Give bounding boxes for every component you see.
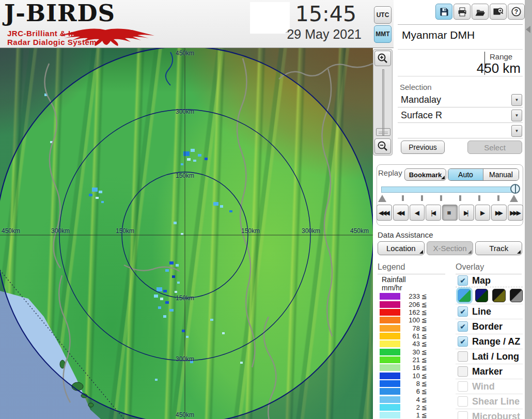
overlay-item-shear-line[interactable]: Shear Line: [456, 394, 523, 409]
bookmark-button[interactable]: Bookmark: [404, 168, 446, 181]
zoom-slider-handle[interactable]: [376, 128, 390, 136]
overlay-item-marker[interactable]: Marker: [456, 364, 523, 379]
slider-tick: [440, 195, 442, 201]
playback-button-0[interactable]: ◀◀◀: [377, 205, 392, 221]
checkbox[interactable]: ✔: [458, 321, 468, 332]
range-ring-label: 150km: [176, 172, 194, 179]
range-ring-label: 300km: [176, 355, 194, 363]
legend-swatch: [380, 349, 400, 355]
checkbox[interactable]: [458, 381, 468, 392]
capture-image-button[interactable]: [490, 4, 507, 20]
legend-entry: 2≦: [380, 404, 442, 411]
replay-slider-handle[interactable]: [510, 184, 520, 194]
corner-expand-icon: [517, 250, 521, 254]
checkbox[interactable]: ✔: [458, 306, 468, 317]
radar-map[interactable]: 450km300km150km150km300km450km450km300km…: [0, 48, 373, 419]
checkbox[interactable]: ✔: [458, 336, 468, 347]
chevron-down-icon[interactable]: ▼: [511, 125, 522, 137]
save-button[interactable]: [435, 4, 452, 20]
chevron-down-icon[interactable]: ▼: [511, 110, 522, 121]
legend-swatch: [380, 373, 400, 379]
rain-echo-cell: [187, 158, 191, 161]
checkbox[interactable]: [458, 351, 468, 362]
x-section-button[interactable]: X-Section: [427, 241, 474, 255]
legend-entry: 16≦: [380, 364, 442, 371]
product-dropdown[interactable]: Surface R ▼: [398, 108, 523, 123]
rain-echo-cell: [50, 141, 53, 143]
track-button[interactable]: Track: [475, 241, 522, 255]
replay-label: Replay: [378, 168, 402, 177]
legend-swatch: [380, 388, 400, 395]
overlay-item-map[interactable]: ✔Map: [456, 274, 523, 287]
print-button[interactable]: [453, 4, 471, 20]
help-button[interactable]: ?: [508, 4, 525, 20]
map-style-swatch[interactable]: [475, 289, 489, 302]
map-style-swatch[interactable]: [510, 289, 523, 302]
checkbox[interactable]: [458, 396, 468, 407]
legend-swatch: [380, 293, 400, 300]
overlay-item-border[interactable]: ✔Border: [456, 319, 523, 334]
playback-button-8[interactable]: ▶▶▶: [508, 205, 523, 221]
rain-echo-cell: [101, 201, 104, 203]
overlay-item-microburst[interactable]: Microburst: [456, 409, 523, 419]
utc-button[interactable]: UTC: [374, 6, 392, 24]
overlay-item-range-az[interactable]: ✔Range / AZ: [456, 334, 523, 349]
overlay-item-label: Lati / Long: [472, 351, 519, 362]
legend-entries: 233≦206≦162≦100≦78≦61≦43≦30≦21≦16≦10≦8≦6…: [380, 292, 442, 419]
map-style-swatch[interactable]: [492, 289, 506, 302]
slider-tick: [421, 195, 423, 201]
playback-button-2[interactable]: ◀: [410, 205, 425, 221]
range-ring-label: 150km: [116, 227, 134, 235]
site-dropdown[interactable]: Mandalay ▼: [398, 93, 523, 107]
rain-echo-cell: [220, 205, 223, 208]
slider-start-marker[interactable]: [378, 195, 386, 202]
checkbox[interactable]: [458, 366, 468, 377]
overlay-item-wind[interactable]: Wind: [456, 379, 523, 394]
zoom-out-button[interactable]: [374, 138, 391, 154]
location-button[interactable]: Location: [378, 241, 425, 255]
magnifier-minus-icon: [377, 141, 388, 152]
logo-title: J-BIRDS: [4, 1, 115, 26]
chevron-down-icon[interactable]: ▼: [511, 94, 522, 106]
overlay-item-label: Wind: [472, 381, 495, 392]
zoom-in-button[interactable]: [374, 51, 391, 66]
zoom-slider-track[interactable]: [382, 69, 384, 135]
checkbox[interactable]: ✔: [458, 275, 468, 286]
mmt-button[interactable]: MMT: [374, 25, 392, 43]
overlay-title: Overlay: [456, 262, 522, 274]
legend-entry: 78≦: [380, 324, 442, 332]
legend-value: 1: [400, 411, 420, 419]
overlay-item-label: Range / AZ: [472, 336, 520, 347]
checkbox[interactable]: [458, 411, 468, 419]
legend-le-symbol: ≦: [421, 316, 427, 324]
option-dropdown[interactable]: ▼: [398, 124, 523, 138]
overlay-item-line[interactable]: ✔Line: [456, 304, 523, 319]
product-dropdown-value: Surface R: [401, 110, 442, 121]
replay-slider-track[interactable]: [381, 187, 515, 193]
open-file-button[interactable]: [472, 4, 489, 20]
manual-button[interactable]: Manual: [483, 169, 519, 180]
help-icon: ?: [511, 6, 522, 17]
overlay-item-lati-long[interactable]: Lati / Long: [456, 349, 523, 364]
playback-button-3[interactable]: |◀: [426, 205, 441, 221]
playback-button-1[interactable]: ◀◀: [393, 205, 409, 221]
previous-button[interactable]: Previous: [401, 141, 445, 154]
legend-title: Legend: [378, 262, 445, 274]
range-box: Range 450 km: [398, 49, 523, 76]
playback-button-4[interactable]: ■: [442, 205, 458, 221]
eagle-logo-icon: [7, 27, 204, 48]
legend-value: 2: [400, 404, 420, 411]
auto-button[interactable]: Auto: [448, 169, 483, 180]
clock-time: 15:45: [287, 2, 356, 26]
map-style-swatch[interactable]: [458, 289, 471, 302]
slider-end-marker[interactable]: [510, 195, 518, 202]
rain-echo-cell: [158, 306, 161, 309]
select-button[interactable]: Select: [467, 141, 522, 154]
divider: [398, 24, 523, 25]
magnifier-plus-icon: [377, 53, 388, 64]
playback-button-5[interactable]: ▶|: [459, 205, 474, 221]
collapse-panel-arrow-icon[interactable]: [526, 26, 530, 33]
playback-button-7[interactable]: ▶▶: [491, 205, 507, 221]
playback-button-6[interactable]: ▶: [475, 205, 491, 221]
overlay-item-label: Shear Line: [472, 396, 520, 407]
